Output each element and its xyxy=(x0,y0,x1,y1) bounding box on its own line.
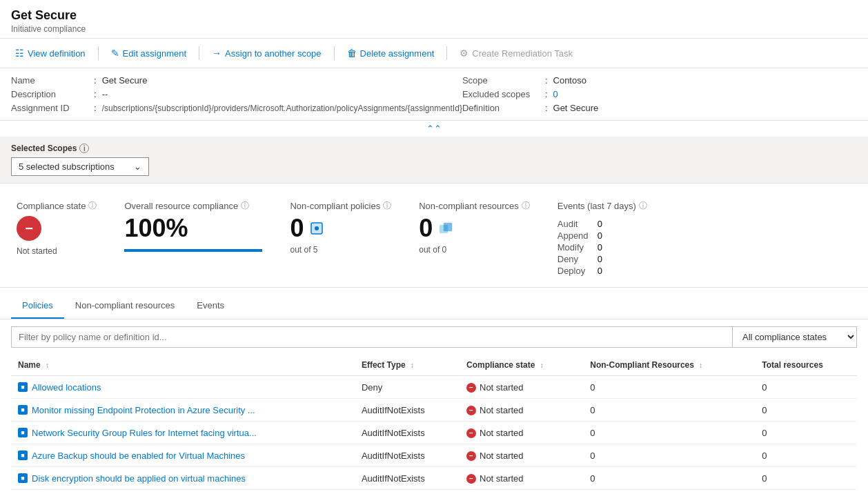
policies-cube-icon xyxy=(309,221,324,236)
non-compliant-policies-label: Non-compliant policies ⓘ xyxy=(290,200,391,212)
row-name-cell: ■ Azure Backup should be enabled for Vir… xyxy=(11,444,355,467)
policies-num: 0 xyxy=(290,216,304,241)
toolbar-separator-2 xyxy=(199,46,199,60)
policy-name-link[interactable]: ■ Disk encryption should be applied on v… xyxy=(18,473,348,484)
policy-name-link[interactable]: ■ Network Security Group Rules for Inter… xyxy=(18,428,348,438)
row-total-cell: 0 xyxy=(755,467,857,490)
tab-policies[interactable]: Policies xyxy=(11,293,64,319)
description-value: -- xyxy=(102,89,108,99)
col-non-compliant: Non-Compliant Resources ↕ xyxy=(583,355,755,376)
toolbar-separator-1 xyxy=(98,46,99,60)
total-value: 0 xyxy=(762,473,767,484)
scopes-dropdown[interactable]: 5 selected subscriptions ⌄ xyxy=(11,157,149,176)
effect-value: AuditIfNotExists xyxy=(362,451,425,461)
policy-name: Disk encryption should be applied on vir… xyxy=(32,473,246,484)
description-label: Description xyxy=(11,89,94,99)
progress-bar-container xyxy=(124,249,262,252)
scopes-label: Selected Scopes i xyxy=(11,144,857,153)
view-definition-icon: ☷ xyxy=(15,48,24,59)
compliance-value: − Not started xyxy=(466,405,524,415)
table-row: ■ Network Security Group Rules for Inter… xyxy=(11,422,857,444)
col-compliance: Compliance state ↕ xyxy=(460,355,583,376)
excluded-value[interactable]: 0 xyxy=(553,89,558,99)
resources-value-row: 0 xyxy=(419,216,530,241)
not-started-icon: − xyxy=(466,474,476,484)
row-total-cell: 0 xyxy=(755,399,857,422)
meta-excluded-row: Excluded scopes : 0 xyxy=(462,89,857,99)
policies-out-of: out of 5 xyxy=(290,245,391,255)
row-effect-cell: AuditIfNotExists xyxy=(355,422,460,444)
name-sort-icon[interactable]: ↕ xyxy=(46,362,49,369)
col-total: Total resources xyxy=(755,355,857,376)
create-remediation-button[interactable]: ⚙ Create Remediation Task xyxy=(453,44,580,62)
row-name-cell: ■ Disk encryption should be applied on v… xyxy=(11,467,355,490)
not-started-icon: − xyxy=(466,451,476,461)
dropdown-chevron-icon: ⌄ xyxy=(134,161,141,172)
policy-filter-input[interactable] xyxy=(11,326,733,348)
row-compliance-cell: − Not started xyxy=(460,444,583,467)
overall-percent: 100% xyxy=(124,216,262,241)
row-total-cell: 0 xyxy=(755,422,857,444)
nc-value: 0 xyxy=(590,473,595,484)
remediation-icon: ⚙ xyxy=(460,48,468,59)
overall-compliance-label: Overall resource compliance ⓘ xyxy=(124,200,262,212)
row-nc-cell: 0 xyxy=(583,467,755,490)
nc-value: 0 xyxy=(590,405,595,415)
page-subtitle: Initiative compliance xyxy=(11,24,857,34)
edit-assignment-button[interactable]: ✎ Edit assignment xyxy=(104,44,194,62)
meta-name-row: Name : Get Secure xyxy=(11,75,462,86)
effect-value: Deny xyxy=(362,382,382,393)
tab-events[interactable]: Events xyxy=(186,293,235,319)
delete-assignment-button[interactable]: 🗑 Delete assignment xyxy=(340,44,442,62)
definition-value: Get Secure xyxy=(553,103,599,113)
row-name-cell: ■ Monitor missing Endpoint Protection in… xyxy=(11,399,355,422)
page-header: Get Secure Initiative compliance xyxy=(0,0,868,39)
row-name-cell: ■ Allowed locations xyxy=(11,376,355,399)
compliance-state-label: Compliance state ⓘ xyxy=(17,200,97,212)
events-label: Events (last 7 days) ⓘ xyxy=(558,200,647,212)
events-block: Events (last 7 days) ⓘ Audit0Append0Modi… xyxy=(558,200,647,276)
event-count: 0 xyxy=(598,266,602,276)
compliance-state-dropdown[interactable]: All compliance states xyxy=(733,326,857,348)
delete-icon: 🗑 xyxy=(347,48,357,59)
event-row: Deny0 xyxy=(558,254,647,264)
row-compliance-cell: − Not started xyxy=(460,422,583,444)
compliance-text: Not started xyxy=(480,473,524,484)
assign-scope-button[interactable]: → Assign to another scope xyxy=(205,44,328,62)
row-nc-cell: 0 xyxy=(583,444,755,467)
overall-info-icon: ⓘ xyxy=(241,200,249,212)
tab-non-compliant-resources[interactable]: Non-compliant resources xyxy=(64,293,186,319)
row-nc-cell: 0 xyxy=(583,399,755,422)
policy-name-link[interactable]: ■ Azure Backup should be enabled for Vir… xyxy=(18,451,348,461)
table-row: ■ Disk encryption should be applied on v… xyxy=(11,467,857,490)
col-name: Name ↕ xyxy=(11,355,355,376)
effect-sort-icon[interactable]: ↕ xyxy=(411,362,414,369)
progress-bar-fill xyxy=(124,249,262,252)
event-name: Deploy xyxy=(558,266,592,276)
definition-label: Definition xyxy=(462,103,545,113)
effect-value: AuditIfNotExists xyxy=(362,405,425,415)
event-row: Modify0 xyxy=(558,242,647,253)
row-effect-cell: AuditIfNotExists xyxy=(355,467,460,490)
row-compliance-cell: − Not started xyxy=(460,376,583,399)
compliance-text: Not started xyxy=(480,405,524,415)
compliance-text: Not started xyxy=(480,382,524,393)
row-effect-cell: AuditIfNotExists xyxy=(355,444,460,467)
meta-assignment-row: Assignment ID : /subscriptions/{subscrip… xyxy=(11,103,462,113)
policy-icon: ■ xyxy=(18,451,28,460)
total-value: 0 xyxy=(762,428,767,438)
row-compliance-cell: − Not started xyxy=(460,399,583,422)
view-definition-button[interactable]: ☷ View definition xyxy=(8,44,92,62)
not-started-icon: − xyxy=(466,383,476,393)
compliance-value: − Not started xyxy=(466,451,524,461)
tabs-section: Policies Non-compliant resources Events xyxy=(0,293,868,319)
compliance-sort-icon[interactable]: ↕ xyxy=(540,362,544,369)
collapse-row[interactable]: ⌃⌃ xyxy=(0,121,868,137)
event-name: Deny xyxy=(558,254,592,264)
scopes-section: Selected Scopes i 5 selected subscriptio… xyxy=(0,137,868,184)
nc-sort-icon[interactable]: ↕ xyxy=(699,362,702,369)
total-value: 0 xyxy=(762,451,767,461)
policy-name-link[interactable]: ■ Monitor missing Endpoint Protection in… xyxy=(18,405,348,415)
policy-name-link[interactable]: ■ Allowed locations xyxy=(18,382,348,393)
col-effect: Effect Type ↕ xyxy=(355,355,460,376)
